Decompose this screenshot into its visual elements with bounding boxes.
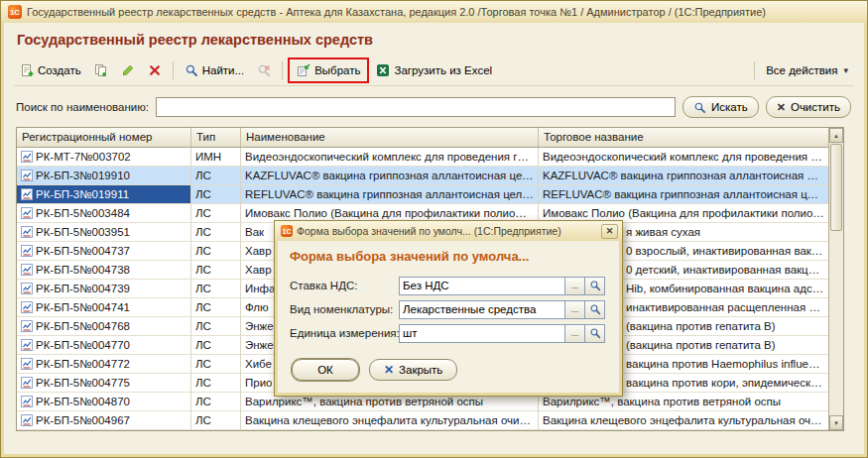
cell-type[interactable]: ЛС (191, 298, 241, 317)
cell-text: РК-БП-5№004741 (36, 301, 130, 313)
cell-trade[interactable]: Вакцина клещевого энцефалита культуральн… (539, 411, 828, 430)
cell-reg[interactable]: РК-БП-5№004739 (17, 280, 191, 298)
cell-trade[interactable]: KAZFLUVAC® вакцина гриппозная аллантоисн… (539, 167, 828, 185)
dialog-buttons: ОК ✕ Закрыть (290, 359, 607, 381)
table-row[interactable]: РК-БП-5№004967ЛСВакцина клещевого энцефа… (17, 411, 828, 430)
cell-text: я живая сухая (626, 226, 700, 238)
all-actions-button[interactable]: Все действия ▾ (760, 60, 854, 80)
cell-trade[interactable]: Видеоэндоскопический комплекс для провед… (539, 148, 828, 167)
cell-reg[interactable]: РК-БП-5№004775 (17, 374, 191, 393)
cell-type[interactable]: ЛС (191, 393, 241, 411)
search-button[interactable]: Искать (682, 96, 759, 118)
cell-text: РК-БП-5№004967 (36, 414, 130, 426)
cell-type[interactable]: ЛС (191, 167, 241, 185)
table-row[interactable]: РК-МТ-7№003702ИМНВидеоэндоскопический ко… (17, 148, 828, 167)
scroll-up-button[interactable]: ▲ (829, 128, 843, 143)
cell-type[interactable]: ЛС (191, 374, 241, 393)
find-button[interactable]: Найти... (179, 59, 250, 81)
unit-label: Единица измерения: (290, 327, 399, 339)
dialog-titlebar[interactable]: 1С Форма выбора значений по умолч... (1С… (275, 221, 622, 241)
window-titlebar[interactable]: 1С Государственный реестр лекарственных … (1, 1, 867, 23)
scroll-track[interactable] (829, 232, 843, 415)
close-button[interactable]: ✕ Закрыть (369, 359, 457, 381)
scroll-thumb[interactable] (830, 144, 842, 231)
cell-type[interactable]: ЛС (191, 223, 241, 242)
cell-text: вакцина против Haemophilus influenzae ти… (626, 358, 824, 370)
cell-name[interactable]: KAZFLUVAC® вакцина гриппозная аллантоисн… (241, 167, 539, 185)
page-title: Государственный реестр лекарственных сре… (17, 32, 373, 48)
ok-button[interactable]: ОК (292, 359, 359, 381)
cell-type[interactable]: ЛС (191, 261, 241, 280)
cell-type[interactable]: ЛС (191, 317, 241, 336)
cell-reg[interactable]: РК-БП-5№004737 (17, 242, 191, 261)
cell-reg[interactable]: РК-БП-3№019911 (17, 185, 191, 204)
cell-text: ЛС (195, 188, 211, 200)
nomenclature-kind-select-button[interactable]: ... (565, 300, 585, 319)
cell-text: ЛС (195, 414, 211, 426)
cell-reg[interactable]: РК-БП-5№004870 (17, 393, 191, 411)
cell-text: ЛС (195, 396, 211, 407)
nomenclature-kind-input[interactable] (399, 300, 565, 319)
toolbar-separator (754, 61, 755, 79)
create-button[interactable]: Создать (14, 59, 87, 81)
cell-reg[interactable]: РК-БП-5№004967 (17, 411, 191, 430)
cell-text: РК-БП-3№019910 (36, 170, 130, 181)
dialog-close-icon[interactable]: ✕ (601, 224, 618, 239)
cell-type[interactable]: ЛС (191, 411, 241, 430)
delete-button[interactable] (142, 59, 168, 81)
load-excel-button[interactable]: Загрузить из Excel (370, 59, 498, 81)
cell-type[interactable]: ЛС (191, 185, 241, 204)
vat-rate-input[interactable] (399, 277, 565, 295)
edit-button[interactable] (115, 59, 141, 81)
cell-type[interactable]: ЛС (191, 280, 241, 298)
field-row-vat-rate: Ставка НДС: ... (290, 276, 607, 295)
catalog-item-icon (21, 226, 33, 238)
column-header-reg-number[interactable]: Регистрационный номер (17, 128, 191, 147)
cell-type[interactable]: ЛС (191, 336, 241, 355)
cell-reg[interactable]: РК-БП-3№019910 (17, 167, 191, 185)
cell-reg[interactable]: РК-БП-5№003951 (17, 223, 191, 242)
create-button-label: Создать (38, 64, 81, 76)
unit-select-button[interactable]: ... (565, 324, 585, 343)
table-row[interactable]: РК-БП-3№019910ЛСKAZFLUVAC® вакцина грипп… (17, 167, 828, 185)
nomenclature-kind-label: Вид номенклатуры: (290, 303, 399, 315)
cell-reg[interactable]: РК-БП-5№004738 (17, 261, 191, 280)
clear-button[interactable]: ✕ Очистить (766, 96, 851, 118)
vat-rate-open-button[interactable] (585, 277, 605, 295)
add-copy-button[interactable] (88, 59, 114, 81)
vat-rate-select-button[interactable]: ... (565, 277, 585, 295)
unit-open-button[interactable] (585, 324, 605, 343)
toolbar-separator (173, 61, 174, 79)
scroll-down-button[interactable]: ▼ (829, 415, 843, 430)
cell-type[interactable]: ЛС (191, 204, 241, 223)
column-header-type[interactable]: Тип (191, 128, 241, 147)
cell-text: Варилрикс™, вакцина против ветряной оспы (543, 396, 781, 407)
nomenclature-kind-open-button[interactable] (585, 300, 605, 319)
cell-reg[interactable]: РК-БП-5№004772 (17, 355, 191, 374)
cell-reg[interactable]: РК-БП-5№004741 (17, 298, 191, 317)
cell-reg[interactable]: РК-МТ-7№003702 (17, 148, 191, 167)
cell-reg[interactable]: РК-БП-5№004770 (17, 336, 191, 355)
cell-name[interactable]: REFLUVAC® вакцина гриппозная аллантоисна… (241, 185, 539, 204)
select-button[interactable]: Выбрать (291, 59, 366, 81)
cell-text: Hib, комбинированная вакцина адсорбиро..… (626, 283, 824, 294)
cell-trade[interactable]: REFLUVAC® вакцина гриппозная аллантоисна… (539, 185, 828, 204)
cell-name[interactable]: Видеоэндоскопический комплекс для провед… (241, 148, 539, 167)
search-label: Поиск по наименованию: (16, 101, 149, 113)
table-row[interactable]: РК-БП-3№019911ЛСREFLUVAC® вакцина гриппо… (17, 185, 828, 204)
cell-type[interactable]: ЛС (191, 355, 241, 374)
vertical-scrollbar[interactable]: ▲ ▼ (828, 128, 843, 430)
cell-text: Инфа (245, 283, 275, 294)
search-input[interactable] (156, 97, 676, 117)
catalog-item-icon (21, 283, 33, 294)
cell-type[interactable]: ИМН (191, 148, 241, 167)
unit-input[interactable] (399, 324, 565, 343)
cell-text: KAZFLUVAC® вакцина гриппозная аллантоисн… (543, 170, 824, 181)
cell-name[interactable]: Вакцина клещевого энцефалита культуральн… (241, 411, 539, 430)
cell-type[interactable]: ЛС (191, 242, 241, 261)
field-row-nomenclature-kind: Вид номенклатуры: ... (290, 299, 607, 319)
cell-reg[interactable]: РК-БП-5№004768 (17, 317, 191, 336)
column-header-trade-name[interactable]: Торговое название (539, 128, 843, 147)
column-header-name[interactable]: Наименование (241, 128, 539, 147)
cell-reg[interactable]: РК-БП-5№003484 (17, 204, 191, 223)
